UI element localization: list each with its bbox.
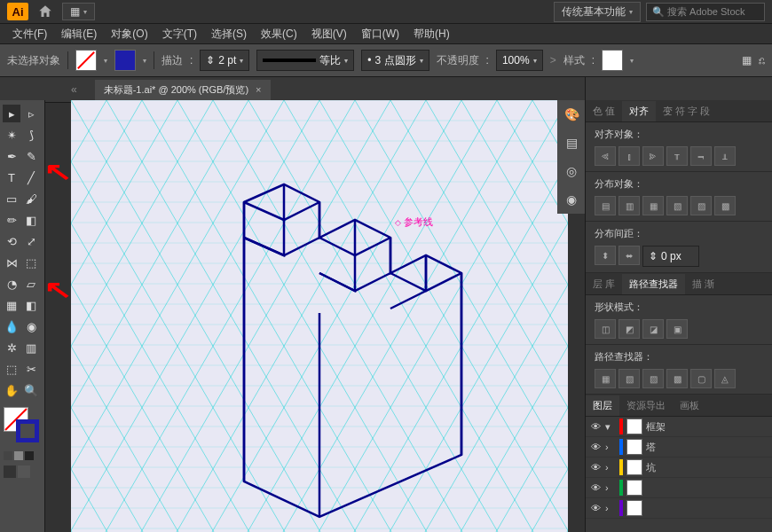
visibility-icon[interactable]: 👁	[589, 482, 602, 493]
opacity-field[interactable]: 100% ▾	[496, 50, 543, 71]
stroke-swatch[interactable]	[114, 50, 136, 71]
tab-stroke-grad[interactable]: 描 渐	[685, 274, 721, 294]
artboard-tool[interactable]: ⬚	[3, 360, 20, 378]
shaper-tool[interactable]: ✏	[3, 211, 20, 229]
tab-color[interactable]: 色 值	[586, 101, 622, 121]
appearance-icon[interactable]: ◉	[563, 191, 580, 208]
eyedropper-tool[interactable]: 💧	[3, 317, 20, 335]
canvas[interactable]: ◇ 参考线	[71, 100, 568, 532]
color-icon[interactable]: 🎨	[563, 106, 580, 123]
layer-row[interactable]: 👁▾框架	[586, 417, 772, 437]
pf-divide[interactable]: ▦	[595, 369, 616, 388]
fill-stroke-control[interactable]	[4, 407, 39, 442]
lasso-tool[interactable]: ⟆	[22, 126, 40, 144]
type-tool[interactable]: T	[3, 168, 20, 186]
free-transform-tool[interactable]: ⬚	[22, 254, 40, 271]
menu-select[interactable]: 选择(S)	[204, 25, 254, 43]
pf-unite[interactable]: ◫	[595, 319, 616, 339]
tab-layers-lib[interactable]: 层 库	[586, 274, 622, 294]
menu-help[interactable]: 帮助(H)	[406, 25, 457, 43]
scale-tool[interactable]: ⤢	[22, 232, 40, 250]
rect-tool[interactable]: ▭	[3, 190, 20, 207]
pf-minus-back[interactable]: ◬	[714, 369, 736, 388]
pf-crop[interactable]: ▩	[666, 369, 688, 388]
dist-bottom[interactable]: ▦	[642, 196, 664, 215]
zoom-tool[interactable]: 🔍	[22, 381, 40, 399]
tab-assets[interactable]: 资源导出	[619, 395, 673, 416]
align-bottom[interactable]: ⫫	[714, 146, 736, 166]
layer-row[interactable]: 👁›	[586, 498, 772, 519]
dist-space-h[interactable]: ⬌	[618, 246, 640, 265]
align-left[interactable]: ⫷	[595, 146, 616, 166]
align-vcenter[interactable]: ⫬	[690, 146, 712, 166]
blend-tool[interactable]: ◉	[22, 317, 40, 335]
menu-view[interactable]: 视图(V)	[304, 25, 354, 43]
pf-exclude[interactable]: ▣	[666, 319, 688, 339]
dist-left[interactable]: ▧	[666, 196, 688, 215]
brush-tool[interactable]: 🖌	[22, 190, 40, 207]
width-tool[interactable]: ⋈	[3, 254, 20, 271]
menu-file[interactable]: 文件(F)	[5, 25, 54, 43]
dist-vcenter[interactable]: ▥	[618, 196, 640, 215]
align-hcenter[interactable]: ⫿	[618, 146, 640, 166]
dist-top[interactable]: ▤	[595, 196, 616, 215]
tab-pathfinder[interactable]: 路径查找器	[622, 274, 685, 294]
visibility-icon[interactable]: 👁	[589, 442, 602, 452]
fill-swatch[interactable]	[75, 50, 97, 71]
gradient-tool[interactable]: ◧	[22, 296, 40, 314]
perspective-tool[interactable]: ▱	[22, 275, 40, 293]
tab-transform[interactable]: 变 符 字 段	[656, 101, 717, 121]
tab-artboards[interactable]: 画板	[673, 395, 706, 416]
shape-builder-tool[interactable]: ◔	[3, 275, 20, 293]
pf-trim[interactable]: ▧	[618, 369, 640, 388]
search-input[interactable]: 🔍 搜索 Adobe Stock	[646, 3, 765, 21]
pf-outline[interactable]: ▢	[690, 369, 712, 388]
home-icon[interactable]	[37, 4, 53, 20]
layer-row[interactable]: 👁›坑	[586, 458, 772, 478]
pen-tool[interactable]: ✒	[3, 147, 20, 165]
direct-sel-tool[interactable]: ▹	[22, 105, 40, 122]
stroke-profile[interactable]: 等比 ▾	[256, 50, 354, 71]
stroke-weight-field[interactable]: ⇕ 2 pt ▾	[200, 50, 249, 71]
visibility-icon[interactable]: 👁	[589, 421, 602, 432]
visibility-icon[interactable]: 👁	[589, 503, 602, 513]
line-tool[interactable]: ╱	[22, 168, 40, 186]
magic-wand-tool[interactable]: ✴	[3, 126, 20, 144]
rotate-tool[interactable]: ⟲	[3, 232, 20, 250]
swatches-icon[interactable]: ▤	[563, 134, 580, 152]
document-tab[interactable]: 未标题-1.ai* @ 200% (RGB/预览) ×	[95, 80, 271, 100]
layer-row[interactable]: 👁›	[586, 478, 772, 498]
workspace-dropdown[interactable]: 传统基本功能 ▾	[554, 2, 641, 22]
hand-tool[interactable]: ✋	[3, 381, 20, 399]
prefs-icon[interactable]: ⎌	[759, 54, 765, 66]
dist-hcenter[interactable]: ▨	[690, 196, 712, 215]
tab-align[interactable]: 对齐	[622, 101, 656, 121]
curvature-tool[interactable]: ✎	[22, 147, 40, 165]
symbol-tool[interactable]: ✲	[3, 339, 20, 356]
menu-edit[interactable]: 编辑(E)	[54, 25, 104, 43]
menu-object[interactable]: 对象(O)	[104, 25, 154, 43]
dist-space-v[interactable]: ⬍	[595, 246, 616, 265]
pf-minus[interactable]: ◩	[618, 319, 640, 339]
stroke-icon[interactable]: ◎	[563, 162, 580, 180]
style-swatch[interactable]	[602, 50, 623, 71]
slice-tool[interactable]: ✂	[22, 360, 40, 378]
dist-right[interactable]: ▩	[714, 196, 736, 215]
align-right[interactable]: ⫸	[642, 146, 664, 166]
bridge-dropdown[interactable]: ▦ ▾	[62, 3, 95, 20]
spacing-field[interactable]: ⇕ 0 px	[642, 246, 699, 267]
pf-merge[interactable]: ▨	[642, 369, 664, 388]
graph-tool[interactable]: ▥	[22, 339, 40, 356]
menu-effect[interactable]: 效果(C)	[254, 25, 304, 43]
align-top[interactable]: ⫪	[666, 146, 688, 166]
selection-tool[interactable]: ▸	[3, 105, 20, 122]
tab-layers[interactable]: 图层	[586, 395, 619, 416]
menu-type[interactable]: 文字(T)	[155, 25, 204, 43]
close-tab-icon[interactable]: ×	[256, 84, 261, 95]
visibility-icon[interactable]: 👁	[589, 462, 602, 473]
eraser-tool[interactable]: ◧	[22, 211, 40, 229]
brush-def[interactable]: • 3 点圆形 ▾	[361, 50, 429, 71]
pf-intersect[interactable]: ◪	[642, 319, 664, 339]
doc-setup-icon[interactable]: ▦	[742, 54, 752, 66]
layer-row[interactable]: 👁›塔	[586, 437, 772, 458]
